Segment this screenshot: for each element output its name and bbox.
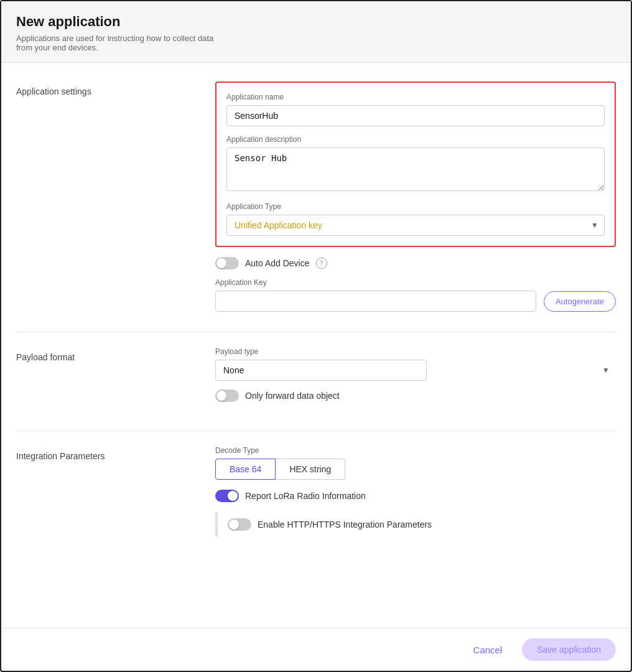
app-name-input[interactable]: [226, 105, 605, 126]
app-type-label: Application Type: [226, 202, 605, 211]
app-key-group: Application Key Autogenerate: [215, 278, 616, 312]
payload-format-label: Payload format: [16, 347, 215, 362]
integration-parameters-section: Integration Parameters Decode Type Base …: [16, 446, 616, 537]
auto-add-toggle[interactable]: [215, 257, 239, 269]
report-lora-row: Report LoRa Radio Information: [215, 490, 616, 502]
report-lora-thumb: [228, 491, 238, 501]
payload-chevron-icon: ▼: [602, 366, 610, 375]
decode-hex-button[interactable]: HEX string: [276, 459, 345, 480]
auto-add-thumb: [216, 258, 226, 268]
section-divider-2: [16, 431, 616, 431]
help-icon[interactable]: ?: [316, 258, 327, 269]
modal-body: Application settings Application name Ap…: [1, 63, 631, 628]
only-forward-thumb: [216, 391, 226, 401]
http-integration-row: Enable HTTP/HTTPS Integration Parameters: [215, 512, 616, 537]
decode-type-row: Base 64 HEX string: [215, 459, 616, 480]
application-settings-section: Application settings Application name Ap…: [16, 82, 616, 312]
application-settings-label: Application settings: [16, 82, 215, 96]
http-thumb: [229, 520, 239, 530]
report-lora-label: Report LoRa Radio Information: [245, 491, 366, 501]
only-forward-row: Only forward data object: [215, 390, 616, 402]
app-name-group: Application name: [226, 93, 605, 126]
payload-format-content: Payload type None Cayenne LPP Custom ▼: [215, 347, 616, 411]
app-name-label: Application name: [226, 93, 605, 101]
decode-type-group: Decode Type Base 64 HEX string: [215, 446, 616, 480]
app-key-input[interactable]: [215, 291, 536, 312]
app-description-group: Application description Sensor Hub: [226, 135, 605, 194]
integration-parameters-content: Decode Type Base 64 HEX string Report Lo…: [215, 446, 616, 537]
integration-parameters-label: Integration Parameters: [16, 446, 215, 461]
auto-add-label: Auto Add Device: [245, 258, 310, 268]
app-type-group: Application Type Unified Application key…: [226, 202, 605, 236]
new-application-modal: New application Applications are used fo…: [0, 0, 632, 672]
save-application-button[interactable]: Save application: [522, 638, 616, 661]
payload-type-label: Payload type: [215, 347, 616, 356]
modal-title: New application: [16, 14, 616, 30]
auto-add-row: Auto Add Device ?: [215, 257, 616, 269]
only-forward-toggle[interactable]: [215, 390, 239, 402]
http-divider-line: [215, 512, 218, 537]
only-forward-label: Only forward data object: [245, 391, 340, 401]
payload-type-select[interactable]: None Cayenne LPP Custom: [215, 360, 427, 381]
payload-format-section: Payload format Payload type None Cayenne…: [16, 347, 616, 411]
app-type-select-wrapper: Unified Application key Individual Appli…: [226, 215, 605, 236]
modal-header: New application Applications are used fo…: [1, 1, 631, 63]
report-lora-toggle[interactable]: [215, 490, 239, 502]
app-key-row: Autogenerate: [215, 291, 616, 312]
app-type-select[interactable]: Unified Application key Individual Appli…: [226, 215, 605, 236]
http-label: Enable HTTP/HTTPS Integration Parameters: [258, 520, 432, 530]
modal-subtitle: Applications are used for instructing ho…: [16, 34, 228, 52]
http-toggle-row: Enable HTTP/HTTPS Integration Parameters: [228, 518, 432, 531]
decode-base64-button[interactable]: Base 64: [215, 459, 276, 480]
section-divider-1: [16, 332, 616, 332]
app-description-label: Application description: [226, 135, 605, 144]
decode-type-label: Decode Type: [215, 446, 616, 455]
autogenerate-button[interactable]: Autogenerate: [544, 291, 616, 312]
app-key-label: Application Key: [215, 278, 616, 287]
app-description-input[interactable]: Sensor Hub: [226, 147, 605, 191]
payload-type-group: Payload type None Cayenne LPP Custom ▼: [215, 347, 616, 381]
payload-type-select-wrapper: None Cayenne LPP Custom ▼: [215, 360, 616, 381]
modal-footer: Cancel Save application: [1, 628, 631, 671]
application-settings-content: Application name Application description…: [215, 82, 616, 312]
http-toggle[interactable]: [228, 518, 251, 531]
app-settings-box: Application name Application description…: [215, 82, 616, 247]
cancel-button[interactable]: Cancel: [466, 640, 510, 660]
